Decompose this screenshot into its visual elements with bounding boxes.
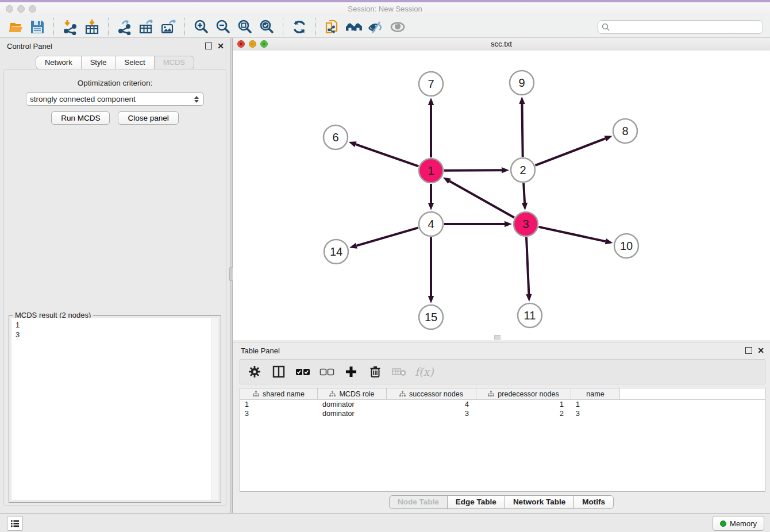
table-cell[interactable]: 3	[387, 409, 476, 418]
import-network-icon	[62, 19, 78, 35]
zoom-fit-button[interactable]	[236, 18, 254, 36]
graph-node-10[interactable]: 10	[614, 234, 638, 258]
edge-2-8[interactable]	[535, 138, 605, 165]
tab-node-table[interactable]: Node Table	[389, 495, 448, 509]
table-row[interactable]: 3dominator323	[240, 409, 765, 418]
delete-column-button[interactable]	[367, 363, 384, 380]
import-table-button[interactable]	[83, 18, 101, 36]
show-panels-button[interactable]	[7, 516, 23, 531]
table-settings-button[interactable]	[246, 363, 263, 380]
tab-network[interactable]: Network	[36, 56, 82, 70]
graph-node-3[interactable]: 3	[514, 212, 538, 236]
table-cell[interactable]: 1	[476, 400, 571, 409]
network-window-titlebar[interactable]: × − + scc.txt	[233, 38, 770, 51]
graph-node-11[interactable]: 11	[518, 303, 542, 327]
table-header-row: shared nameMCDS rolesuccessor nodesprede…	[240, 388, 765, 400]
table-cell[interactable]: 1	[240, 400, 318, 409]
column-header-name[interactable]: name	[571, 388, 620, 399]
clone-network-button[interactable]	[323, 18, 341, 36]
table-cell[interactable]: dominator	[318, 400, 387, 409]
float-table-panel-icon[interactable]	[745, 347, 752, 354]
edge-1-6[interactable]	[356, 144, 418, 166]
edge-3-10[interactable]	[538, 227, 605, 241]
tab-motifs[interactable]: Motifs	[573, 495, 614, 509]
table-toolbar: f(x)	[240, 359, 765, 384]
search-input[interactable]	[612, 22, 763, 32]
table-cell[interactable]: 2	[476, 409, 571, 418]
table-panel-title: Table Panel	[241, 346, 280, 355]
result-scrollbar[interactable]	[211, 318, 218, 500]
select-all-button[interactable]	[294, 363, 311, 380]
svg-text:8: 8	[622, 125, 628, 137]
run-mcds-button[interactable]: Run MCDS	[51, 111, 110, 125]
refresh-view-button[interactable]	[290, 18, 309, 36]
memory-button[interactable]: Memory	[713, 516, 764, 531]
svg-text:7: 7	[428, 78, 434, 90]
graph-node-14[interactable]: 14	[324, 240, 348, 264]
tab-style[interactable]: Style	[81, 56, 116, 70]
sort-tree-icon	[399, 391, 406, 397]
optimization-criterion-label: Optimization criterion:	[4, 79, 226, 87]
show-view-button[interactable]	[388, 18, 407, 36]
deselect-all-button[interactable]	[318, 363, 336, 380]
import-network-button[interactable]	[61, 18, 79, 36]
dropdown-stepper-icon	[194, 96, 199, 103]
edge-4-14[interactable]	[357, 228, 418, 245]
save-session-button[interactable]	[28, 18, 47, 36]
home-view-button[interactable]	[345, 18, 363, 36]
table-cell[interactable]: dominator	[318, 409, 387, 418]
edge-3-11[interactable]	[526, 237, 529, 294]
column-header-MCDS-role[interactable]: MCDS role	[318, 388, 387, 399]
table-body: 1dominator4113dominator323	[240, 400, 765, 418]
table-row[interactable]: 1dominator411	[240, 400, 765, 409]
table-cell[interactable]: 3	[571, 409, 620, 418]
edge-1-2[interactable]	[444, 170, 502, 171]
column-header-predecessor-nodes[interactable]: predecessor nodes	[476, 388, 571, 399]
tab-edge-table[interactable]: Edge Table	[447, 495, 505, 509]
column-header-shared-name[interactable]: shared name	[240, 388, 318, 399]
graph-node-4[interactable]: 4	[419, 212, 443, 236]
zoom-in-icon	[193, 19, 209, 35]
close-panel-button[interactable]: Close panel	[118, 111, 178, 125]
edge-2-9[interactable]	[522, 104, 522, 157]
add-column-button[interactable]	[342, 363, 360, 380]
eye-slash-icon	[367, 19, 384, 35]
graph-node-15[interactable]: 15	[419, 305, 443, 329]
export-table-button[interactable]	[137, 18, 156, 36]
export-network-button[interactable]	[116, 18, 134, 36]
tab-select[interactable]: Select	[116, 56, 155, 70]
float-panel-icon[interactable]	[205, 43, 212, 49]
canvas-resize-handle[interactable]	[494, 335, 500, 340]
close-table-panel-icon[interactable]: ✕	[757, 348, 764, 353]
hide-view-button[interactable]	[367, 18, 385, 36]
criterion-dropdown-value: strongly connected component	[30, 95, 194, 103]
graph-node-1[interactable]: 1	[419, 159, 443, 183]
mcds-result-text[interactable]: 1 3	[11, 318, 211, 500]
tab-network-table[interactable]: Network Table	[505, 495, 574, 509]
zoom-in-button[interactable]	[192, 18, 210, 36]
graph-node-9[interactable]: 9	[510, 71, 534, 95]
criterion-dropdown[interactable]: strongly connected component	[26, 92, 204, 106]
open-folder-icon	[7, 19, 24, 35]
network-canvas[interactable]: 1234678910111415	[233, 51, 770, 340]
close-panel-icon[interactable]: ✕	[217, 43, 224, 49]
search-box[interactable]	[598, 20, 763, 34]
edge-3-1[interactable]	[449, 181, 514, 218]
edge-2-3[interactable]	[523, 183, 525, 203]
table-cell[interactable]: 4	[387, 400, 476, 409]
graph-node-6[interactable]: 6	[324, 125, 348, 149]
tab-mcds[interactable]: MCDS	[154, 56, 194, 70]
network-graph: 1234678910111415	[233, 51, 770, 340]
zoom-selected-button[interactable]	[257, 18, 276, 36]
export-image-button[interactable]	[159, 18, 178, 36]
table-cell[interactable]: 3	[240, 409, 318, 418]
choose-columns-button[interactable]	[270, 363, 287, 380]
table-cell[interactable]: 1	[571, 400, 620, 409]
import-table-icon	[84, 19, 100, 35]
open-session-button[interactable]	[6, 18, 25, 36]
column-header-successor-nodes[interactable]: successor nodes	[387, 388, 476, 399]
graph-node-7[interactable]: 7	[419, 72, 443, 96]
graph-node-8[interactable]: 8	[613, 119, 637, 143]
graph-node-2[interactable]: 2	[511, 158, 535, 182]
zoom-out-button[interactable]	[214, 18, 232, 36]
